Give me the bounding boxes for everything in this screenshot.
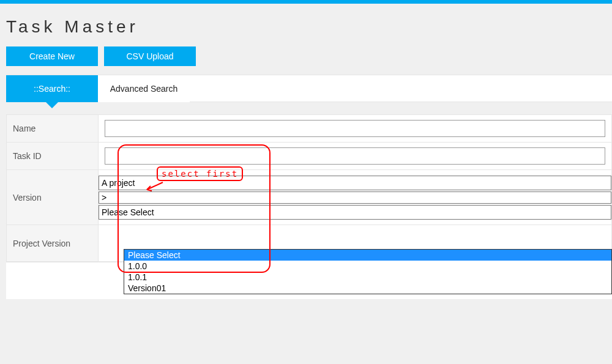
label-project-version: Project Version bbox=[7, 225, 99, 262]
csv-upload-button[interactable]: CSV Upload bbox=[104, 46, 196, 66]
form-table: Name Task ID Version > bbox=[6, 114, 612, 262]
version-caret-row[interactable]: > bbox=[99, 191, 611, 204]
version-dropdown-list[interactable]: Please Select 1.0.0 1.0.1 Version01 bbox=[124, 249, 612, 294]
tab-advanced-search[interactable]: Advanced Search bbox=[98, 75, 190, 102]
page-title: Task Master bbox=[0, 4, 612, 46]
dropdown-option[interactable]: Version01 bbox=[124, 283, 611, 294]
tab-advanced-label: Advanced Search bbox=[110, 84, 178, 94]
version-project-select[interactable] bbox=[99, 176, 611, 190]
tab-bar: ::Search:: Advanced Search bbox=[6, 75, 612, 102]
version-stack: > bbox=[99, 176, 611, 220]
action-row: Create New CSV Upload bbox=[0, 46, 612, 75]
label-name: Name bbox=[7, 115, 99, 143]
dropdown-option[interactable]: 1.0.0 bbox=[124, 261, 611, 272]
name-input[interactable] bbox=[105, 120, 605, 137]
version-please-select[interactable] bbox=[99, 205, 611, 220]
label-version: Version bbox=[7, 170, 99, 225]
tab-bar-spacer bbox=[190, 75, 612, 102]
tab-search-label: ::Search:: bbox=[34, 84, 70, 94]
dropdown-option[interactable]: 1.0.1 bbox=[124, 272, 611, 283]
create-new-button[interactable]: Create New bbox=[6, 46, 98, 66]
task-id-input[interactable] bbox=[105, 147, 605, 165]
search-form: Name Task ID Version > bbox=[6, 114, 612, 299]
chevron-right-icon: > bbox=[102, 193, 106, 202]
dropdown-option[interactable]: Please Select bbox=[124, 250, 611, 261]
tab-search[interactable]: ::Search:: bbox=[6, 75, 98, 102]
label-task-id: Task ID bbox=[7, 143, 99, 170]
